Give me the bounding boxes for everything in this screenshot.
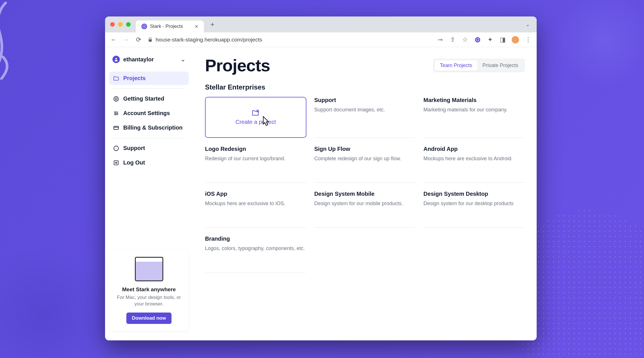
sidebar-item-label: Projects [123, 75, 146, 82]
maximize-window-button[interactable] [126, 22, 131, 27]
download-now-button[interactable]: Download now [126, 313, 172, 324]
project-desc: Support document images, etc. [314, 106, 416, 113]
user-menu[interactable]: ethantaylor ⌄ [109, 53, 189, 65]
project-desc: Logos, colors, typography, components, e… [205, 245, 306, 252]
project-card[interactable]: Marketing Materials Marketing materials … [423, 97, 525, 138]
promo-text: For Mac, your design tools, or your brow… [114, 294, 184, 307]
sliders-icon [113, 110, 119, 116]
projects-grid: Create a project Support Support documen… [205, 97, 525, 272]
kebab-menu-icon[interactable]: ⋮ [525, 36, 532, 43]
address-field[interactable]: house-stark-staging.herokuapp.com/projec… [148, 37, 262, 43]
new-tab-button[interactable]: + [207, 19, 218, 30]
tab-private-projects[interactable]: Private Projects [477, 60, 523, 71]
project-title: Branding [205, 236, 306, 242]
extensions-puzzle-icon[interactable]: ✦ [487, 36, 494, 43]
create-project-label: Create a project [235, 119, 276, 125]
tabs-overflow-icon[interactable]: ⌄ [526, 21, 530, 28]
svg-rect-11 [114, 126, 119, 129]
project-title: Android App [423, 146, 525, 152]
project-card[interactable]: Logo Redesign Redesign of our current lo… [205, 146, 306, 183]
secure-lock-icon [148, 37, 153, 42]
project-card[interactable]: Android App Mockups here are exclusive t… [423, 146, 525, 183]
reload-button[interactable]: ⟳ [135, 36, 142, 43]
create-project-card[interactable]: Create a project [205, 97, 306, 138]
sidebar-item-projects[interactable]: Projects [109, 72, 189, 85]
sidebar-item-account-settings[interactable]: Account Settings [109, 107, 189, 120]
forward-button[interactable]: → [123, 36, 129, 43]
svg-point-5 [115, 58, 117, 59]
browser-tab[interactable]: Stark - Projects × [136, 20, 204, 32]
url-text: house-stark-staging.herokuapp.com/projec… [156, 37, 262, 43]
project-title: iOS App [205, 191, 306, 197]
sidebar-item-billing[interactable]: Billing & Subscription [109, 121, 189, 134]
minimize-window-button[interactable] [118, 22, 123, 27]
project-title: Logo Redesign [205, 146, 306, 152]
back-button[interactable]: ← [110, 36, 117, 43]
app-content: ethantaylor ⌄ Projects Getting Started A… [105, 47, 537, 340]
main-content: Projects Team Projects Private Projects … [193, 47, 537, 340]
svg-point-6 [114, 96, 119, 101]
decorative-blob [547, 0, 644, 97]
project-title: Support [314, 97, 416, 103]
sidebar-item-support[interactable]: Support [109, 141, 189, 155]
side-panel-icon[interactable]: ◨ [499, 36, 506, 43]
project-card[interactable]: Support Support document images, etc. [314, 97, 416, 138]
project-title: Design System Mobile [314, 191, 416, 197]
folder-plus-icon [252, 110, 259, 116]
password-key-icon[interactable]: ⊸ [437, 36, 444, 43]
promo-illustration [135, 257, 163, 281]
section-title: Stellar Enterprises [205, 83, 525, 91]
project-desc: Design system for our desktop products [423, 200, 525, 207]
tab-team-projects[interactable]: Team Projects [435, 60, 477, 71]
chevron-down-icon: ⌄ [181, 56, 185, 63]
browser-address-bar: ← → ⟳ house-stark-staging.herokuapp.com/… [105, 32, 537, 47]
browser-window: Stark - Projects × + ⌄ ← → ⟳ house-stark… [105, 16, 537, 340]
stark-favicon [141, 24, 147, 29]
tab-title: Stark - Projects [150, 24, 183, 29]
project-desc: Mockups here are exclusive to Android. [423, 155, 525, 162]
share-icon[interactable]: ⇪ [449, 36, 456, 43]
project-card[interactable]: Branding Logos, colors, typography, comp… [205, 236, 306, 272]
credit-card-icon [113, 125, 119, 131]
page-title: Projects [205, 56, 270, 75]
profile-avatar[interactable] [512, 36, 519, 43]
project-scope-toggle: Team Projects Private Projects [433, 59, 525, 72]
project-card[interactable]: Sign Up Flow Complete redesign of our si… [314, 146, 416, 183]
project-card[interactable]: Design System Desktop Design system for … [423, 191, 525, 228]
svg-point-9 [117, 113, 118, 114]
svg-point-8 [115, 111, 116, 113]
project-card[interactable]: Design System Mobile Design system for o… [314, 191, 416, 228]
window-controls [110, 22, 131, 27]
sidebar-item-logout[interactable]: Log Out [109, 156, 189, 169]
bookmark-star-icon[interactable]: ☆ [462, 36, 469, 43]
project-desc: Redesign of our current logo/brand. [205, 155, 306, 162]
project-title: Marketing Materials [423, 97, 525, 103]
sidebar-divider [113, 88, 185, 89]
sidebar-item-label: Account Settings [123, 110, 170, 116]
sidebar: ethantaylor ⌄ Projects Getting Started A… [105, 47, 193, 340]
project-card[interactable]: iOS App Mockups here are exclusive to iO… [205, 191, 306, 228]
sidebar-item-label: Log Out [123, 159, 145, 166]
close-tab-icon[interactable]: × [195, 23, 198, 30]
decorative-scribble [0, 0, 97, 80]
username: ethantaylor [123, 56, 154, 63]
sidebar-item-label: Getting Started [123, 95, 164, 102]
sidebar-item-getting-started[interactable]: Getting Started [109, 92, 189, 105]
sidebar-item-label: Billing & Subscription [123, 124, 183, 131]
project-title: Design System Desktop [423, 191, 525, 197]
svg-point-10 [115, 114, 116, 115]
svg-point-13 [116, 148, 116, 149]
logout-icon [113, 160, 119, 166]
svg-point-3 [475, 37, 480, 42]
browser-tab-bar: Stark - Projects × + ⌄ [105, 16, 537, 32]
svg-point-7 [115, 98, 117, 100]
sidebar-divider [113, 138, 185, 138]
folder-icon [113, 75, 119, 82]
project-desc: Mockups here are exclusive to iOS. [205, 200, 306, 207]
extension-stark-icon[interactable] [474, 36, 481, 43]
project-desc: Complete redesign of our sign up flow. [314, 155, 416, 162]
project-title: Sign Up Flow [314, 146, 416, 152]
close-window-button[interactable] [110, 22, 115, 27]
project-desc: Design system for our mobile products. [314, 200, 416, 207]
user-avatar-icon [112, 56, 120, 63]
